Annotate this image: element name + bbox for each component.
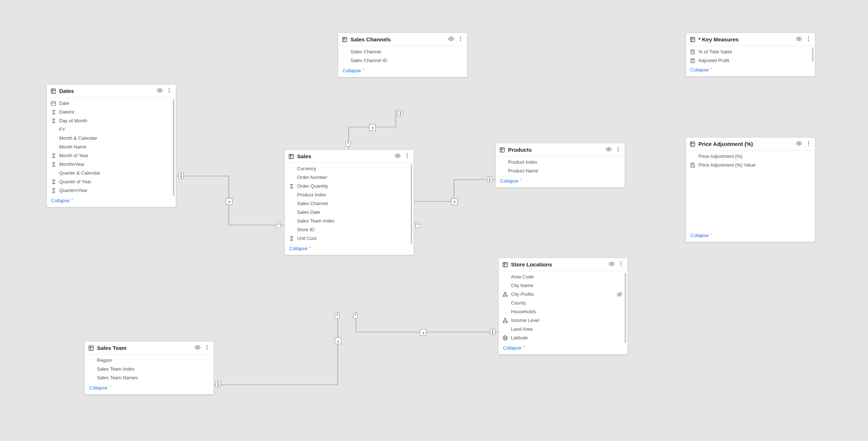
collapse-toggle[interactable]: Collapse˄	[47, 196, 176, 207]
visibility-toggle[interactable]	[448, 36, 454, 43]
collapse-label: Collapse	[89, 385, 108, 391]
visibility-toggle[interactable]	[606, 146, 612, 153]
table-header[interactable]: Sales Channels	[338, 33, 467, 46]
field-row[interactable]: DateInt	[47, 108, 176, 117]
more-options[interactable]	[166, 87, 172, 94]
field-row[interactable]: Area Code	[499, 273, 628, 281]
field-row[interactable]: FY	[47, 125, 176, 134]
field-row[interactable]: Land Area	[499, 325, 628, 334]
field-row[interactable]: Adjusted Profit	[686, 56, 815, 65]
field-label: Product Index	[297, 192, 400, 198]
collapse-toggle[interactable]: Collapse˄	[496, 176, 625, 187]
collapse-toggle[interactable]: Collapse˄	[686, 230, 815, 242]
table-price-adjustment[interactable]: Price Adjustment (%)Price Adjustment (%)…	[686, 137, 815, 242]
field-row[interactable]: Order Number	[285, 173, 414, 182]
filter-direction-icon[interactable]: ▾	[451, 199, 458, 205]
field-row[interactable]: City Profits	[499, 290, 628, 299]
field-row[interactable]: Sales Channel	[338, 48, 467, 56]
field-row[interactable]: Product Index	[285, 191, 414, 199]
more-vertical-icon	[618, 261, 624, 267]
collapse-toggle[interactable]: Collapse˄	[285, 244, 414, 255]
field-row[interactable]: Month Name	[47, 143, 176, 151]
field-row[interactable]: Latitude	[499, 334, 628, 342]
field-row[interactable]: Households	[499, 307, 628, 316]
field-row[interactable]: Quarter & Calendar	[47, 169, 176, 177]
table-sales[interactable]: SalesCurrencyOrder NumberOrder QuantityP…	[284, 150, 414, 255]
filter-direction-icon[interactable]: ▾	[226, 198, 232, 205]
field-row[interactable]: Product Index	[496, 158, 625, 167]
field-row[interactable]: Price Adjustment (%) Value	[686, 161, 815, 170]
visibility-toggle[interactable]	[195, 344, 200, 351]
field-label: Day of Month	[59, 118, 162, 124]
more-options[interactable]	[615, 146, 621, 153]
field-row[interactable]: Region	[85, 356, 214, 365]
field-label: Land Area	[511, 326, 614, 332]
field-row[interactable]: QuarternYear	[47, 186, 176, 195]
field-row[interactable]: Sales Team Index	[85, 365, 214, 373]
field-label: % of Total Sales	[698, 49, 801, 55]
field-label: Order Quantity	[297, 183, 400, 189]
more-options[interactable]	[618, 261, 624, 268]
model-canvas[interactable]: 1 * ▾ 1 * ◂ 1 * ▾ 1 * ◂ 1 * ▴ DatesDateD…	[0, 0, 868, 441]
table-header[interactable]: Sales Team	[85, 342, 214, 355]
field-row[interactable]: Price Adjustment (%)	[686, 152, 815, 161]
field-row[interactable]: Product Name	[496, 167, 625, 175]
more-options[interactable]	[204, 344, 210, 351]
table-header[interactable]: Sales	[285, 150, 414, 163]
field-row[interactable]: Income Level	[499, 316, 628, 325]
more-options[interactable]	[806, 36, 811, 43]
table-header[interactable]: Store Locations	[499, 258, 628, 271]
table-header[interactable]: * Key Measures	[686, 33, 815, 46]
collapse-toggle[interactable]: Collapse˄	[686, 65, 815, 76]
field-row[interactable]: Month & Calendar	[47, 134, 176, 143]
table-dates[interactable]: DatesDateDateIntDay of MonthFYMonth & Ca…	[46, 84, 176, 207]
field-row[interactable]: Sales Team Names	[85, 373, 214, 382]
collapse-toggle[interactable]: Collapse˄	[338, 66, 467, 77]
field-row[interactable]: City Name	[499, 281, 628, 290]
table-products[interactable]: ProductsProduct IndexProduct NameCollaps…	[495, 143, 625, 188]
table-header[interactable]: Dates	[47, 85, 176, 98]
table-header[interactable]: Price Adjustment (%)	[686, 138, 815, 151]
filter-direction-icon[interactable]: ◂	[369, 124, 376, 131]
visibility-toggle[interactable]	[796, 140, 802, 147]
field-row[interactable]: Store ID	[285, 225, 414, 234]
table-store-locations[interactable]: Store LocationsArea CodeCity NameCity Pr…	[498, 258, 628, 355]
visibility-toggle[interactable]	[395, 153, 401, 160]
table-title: Sales Channels	[350, 36, 445, 42]
field-row[interactable]: Order Quantity	[285, 182, 414, 191]
visibility-toggle[interactable]	[796, 36, 802, 43]
filter-direction-icon[interactable]: ▴	[335, 338, 341, 344]
field-row[interactable]: Sales Channel ID	[338, 56, 467, 65]
field-row[interactable]: MonthnYear	[47, 160, 176, 169]
visibility-toggle[interactable]	[609, 261, 615, 268]
table-header[interactable]: Products	[496, 143, 625, 156]
field-row[interactable]: Day of Month	[47, 117, 176, 125]
field-label: QuarternYear	[59, 187, 162, 194]
more-options[interactable]	[806, 140, 811, 147]
field-row[interactable]: Month of Year	[47, 151, 176, 160]
more-options[interactable]	[404, 153, 410, 160]
filter-direction-icon[interactable]: ◂	[420, 329, 426, 336]
field-row[interactable]: Sales Date	[285, 208, 414, 217]
table-key-measures[interactable]: * Key Measures% of Total SalesAdjusted P…	[686, 33, 815, 77]
scrollbar[interactable]	[625, 273, 626, 343]
table-title: Sales Team	[97, 345, 192, 351]
collapse-toggle[interactable]: Collapse˄	[85, 383, 214, 394]
more-options[interactable]	[458, 36, 463, 43]
field-row[interactable]: Sales Channel	[285, 199, 414, 208]
field-row[interactable]: Date	[47, 99, 176, 108]
field-label: Price Adjustment (%)	[698, 153, 801, 160]
field-row[interactable]: Quarter of Year	[47, 177, 176, 186]
scrollbar[interactable]	[812, 48, 814, 62]
collapse-toggle[interactable]: Collapse˄	[499, 343, 628, 354]
field-row[interactable]: Unit Cost	[285, 234, 414, 243]
scrollbar[interactable]	[411, 164, 412, 244]
field-row[interactable]: County	[499, 299, 628, 307]
scrollbar[interactable]	[173, 99, 174, 196]
field-row[interactable]: Currency	[285, 164, 414, 173]
table-sales-team[interactable]: Sales TeamRegionSales Team IndexSales Te…	[84, 341, 214, 395]
visibility-toggle[interactable]	[157, 87, 163, 94]
field-row[interactable]: Sales Team Index	[285, 217, 414, 225]
field-row[interactable]: % of Total Sales	[686, 48, 815, 56]
table-sales-channels[interactable]: Sales ChannelsSales ChannelSales Channel…	[338, 33, 467, 77]
